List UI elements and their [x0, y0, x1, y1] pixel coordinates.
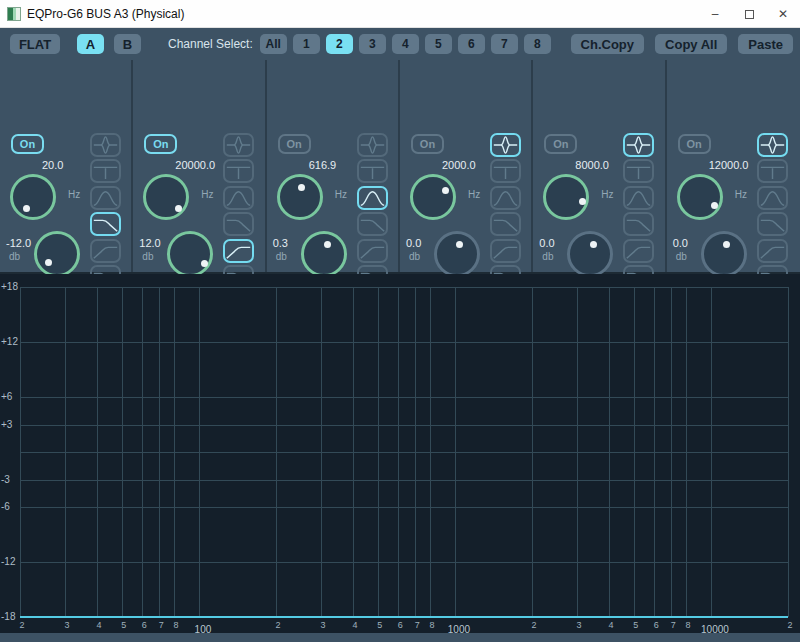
highpass-filter-button[interactable]: [90, 239, 121, 263]
channel-button-4[interactable]: 4: [392, 34, 419, 54]
notch-icon: [625, 161, 652, 181]
highpass-icon: [225, 241, 252, 261]
gain-knob[interactable]: [567, 231, 613, 277]
notch-filter-button[interactable]: [490, 159, 521, 183]
minimize-button[interactable]: –: [698, 0, 732, 28]
flat-button[interactable]: FLAT: [10, 34, 60, 54]
peak-filter-button[interactable]: [490, 133, 521, 157]
freq-unit-label: Hz: [735, 189, 747, 200]
lowpass-filter-button[interactable]: [757, 212, 788, 236]
band-on-button[interactable]: On: [411, 134, 444, 154]
eq-band-4: On2000.0Hz0.0db3.0Q: [400, 60, 533, 272]
bandpass-filter-button[interactable]: [357, 186, 388, 210]
notch-icon: [492, 161, 519, 181]
band-on-button[interactable]: On: [544, 134, 577, 154]
highpass-icon: [625, 241, 652, 261]
highpass-filter-button[interactable]: [490, 239, 521, 263]
lowpass-filter-button[interactable]: [90, 212, 121, 236]
lowpass-icon: [492, 214, 519, 234]
eq-band-2: On20000.0Hz12.0db20.1Q: [133, 60, 266, 272]
bandpass-icon: [359, 188, 386, 208]
gain-unit-label: db: [542, 251, 553, 262]
eq-bands-panel: On20.0Hz-12.0db8.5QOn20000.0Hz12.0db20.1…: [0, 60, 800, 274]
highpass-filter-button[interactable]: [223, 239, 254, 263]
highpass-filter-button[interactable]: [757, 239, 788, 263]
knob-pointer-dot: [23, 205, 30, 212]
channel-button-5[interactable]: 5: [425, 34, 452, 54]
notch-filter-button[interactable]: [223, 159, 254, 183]
gain-value: 12.0: [139, 237, 160, 249]
gain-unit-label: db: [676, 251, 687, 262]
band-on-button[interactable]: On: [278, 134, 311, 154]
peak-filter-button[interactable]: [223, 133, 254, 157]
bandpass-filter-button[interactable]: [223, 186, 254, 210]
maximize-button[interactable]: [732, 0, 766, 28]
lowpass-filter-button[interactable]: [490, 212, 521, 236]
bandpass-filter-button[interactable]: [90, 186, 121, 210]
knob-pointer-dot: [175, 205, 182, 212]
band-on-button[interactable]: On: [678, 134, 711, 154]
peak-filter-button[interactable]: [357, 133, 388, 157]
eq-window: EQPro-G6 BUS A3 (Physical) – ✕ FLAT AB C…: [0, 0, 800, 642]
gain-value: 0.0: [673, 237, 688, 249]
peak-filter-button[interactable]: [757, 133, 788, 157]
peak-icon: [92, 135, 119, 155]
bandpass-filter-button[interactable]: [490, 186, 521, 210]
notch-filter-button[interactable]: [757, 159, 788, 183]
freq-knob[interactable]: [543, 174, 589, 220]
band-on-button[interactable]: On: [11, 134, 44, 154]
gain-knob[interactable]: [434, 231, 480, 277]
freq-knob[interactable]: [143, 174, 189, 220]
highpass-filter-button[interactable]: [357, 239, 388, 263]
lowpass-filter-button[interactable]: [623, 212, 654, 236]
freq-knob[interactable]: [410, 174, 456, 220]
ab-button-a[interactable]: A: [77, 34, 104, 54]
freq-unit-label: Hz: [68, 189, 80, 200]
gain-knob[interactable]: [301, 231, 347, 277]
gain-unit-label: db: [276, 251, 287, 262]
peak-icon: [225, 135, 252, 155]
channel-button-all[interactable]: All: [260, 34, 287, 54]
close-button[interactable]: ✕: [766, 0, 800, 28]
peak-filter-button[interactable]: [623, 133, 654, 157]
ch-copy-button[interactable]: Ch.Copy: [571, 34, 644, 54]
lowpass-filter-button[interactable]: [223, 212, 254, 236]
gain-knob[interactable]: [167, 231, 213, 277]
channel-button-3[interactable]: 3: [359, 34, 386, 54]
notch-icon: [225, 161, 252, 181]
channel-button-7[interactable]: 7: [491, 34, 518, 54]
paste-button[interactable]: Paste: [738, 34, 793, 54]
bandpass-filter-button[interactable]: [757, 186, 788, 210]
channel-button-8[interactable]: 8: [524, 34, 551, 54]
freq-knob[interactable]: [277, 174, 323, 220]
copy-all-button[interactable]: Copy All: [655, 34, 727, 54]
gain-value: 0.3: [273, 237, 288, 249]
knob-pointer-dot: [45, 259, 52, 266]
freq-unit-label: Hz: [601, 189, 613, 200]
peak-icon: [492, 135, 519, 155]
freq-knob[interactable]: [677, 174, 723, 220]
lowpass-filter-button[interactable]: [357, 212, 388, 236]
bandpass-filter-button[interactable]: [623, 186, 654, 210]
gain-knob[interactable]: [34, 231, 80, 277]
notch-filter-button[interactable]: [90, 159, 121, 183]
bandpass-icon: [92, 188, 119, 208]
notch-icon: [759, 161, 786, 181]
notch-icon: [359, 161, 386, 181]
highpass-filter-button[interactable]: [623, 239, 654, 263]
notch-icon: [92, 161, 119, 181]
notch-filter-button[interactable]: [623, 159, 654, 183]
response-graph: +18+12+6+3-3-6-12-1823456781002345678100…: [0, 274, 800, 642]
ab-button-b[interactable]: B: [114, 34, 141, 54]
notch-filter-button[interactable]: [357, 159, 388, 183]
gain-knob[interactable]: [701, 231, 747, 277]
channel-button-2[interactable]: 2: [326, 34, 353, 54]
app-icon: [7, 7, 21, 21]
band-on-button[interactable]: On: [144, 134, 177, 154]
lowpass-icon: [92, 214, 119, 234]
channel-button-6[interactable]: 6: [458, 34, 485, 54]
channel-button-1[interactable]: 1: [293, 34, 320, 54]
peak-filter-button[interactable]: [90, 133, 121, 157]
freq-knob[interactable]: [10, 174, 56, 220]
knob-pointer-dot: [579, 198, 586, 205]
